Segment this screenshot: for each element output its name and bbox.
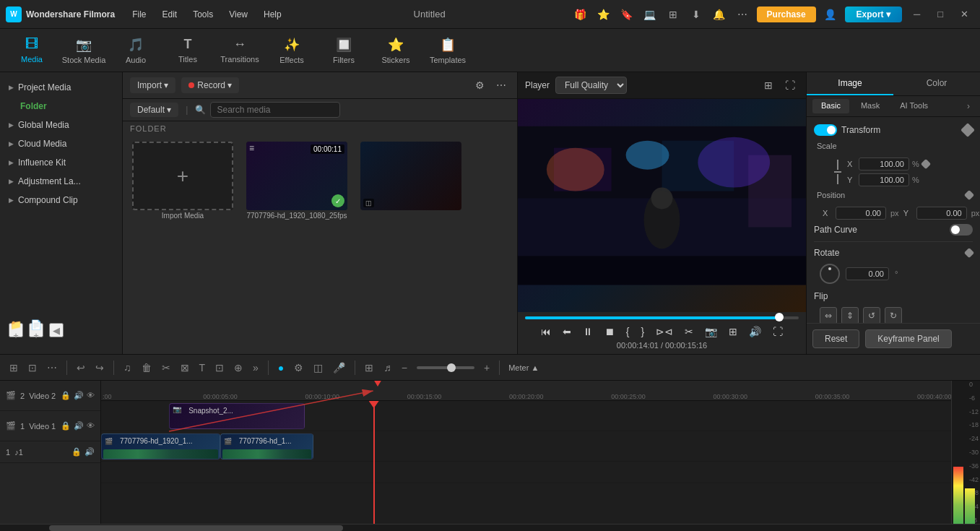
snapshot-button[interactable]: 📷: [701, 324, 721, 340]
clip-nav-button[interactable]: ⊳⊲: [652, 324, 677, 340]
star-icon[interactable]: ⭐: [595, 6, 612, 23]
tl-mark-button[interactable]: ◫: [310, 360, 326, 376]
menu-tools[interactable]: Tools: [187, 7, 219, 22]
avatar-icon[interactable]: 👤: [822, 6, 839, 23]
tl-settings-button[interactable]: ⚙: [290, 360, 307, 376]
rotate-keyframe-icon[interactable]: [964, 248, 974, 258]
tl-zoom-in-button[interactable]: +: [480, 360, 493, 376]
tl-audio-button[interactable]: ♫: [120, 360, 135, 376]
track-eye-video1[interactable]: 👁: [87, 421, 95, 431]
add-folder-button[interactable]: 📁+: [9, 323, 23, 337]
sidebar-item-adjustment-layer[interactable]: ▶ Adjustment La...: [0, 172, 122, 191]
fullscreen-player-button[interactable]: ⛶: [769, 324, 786, 340]
progress-handle[interactable]: [775, 313, 784, 321]
notification-icon[interactable]: 🔔: [711, 6, 728, 23]
menu-file[interactable]: File: [126, 7, 152, 22]
tl-group-button[interactable]: ⊕: [230, 360, 246, 376]
stop-button[interactable]: ⏹: [601, 324, 618, 340]
menu-view[interactable]: View: [223, 7, 253, 22]
tab-stickers[interactable]: ⭐ Stickers: [370, 30, 422, 71]
sidebar-item-influence-kit[interactable]: ▶ Influence Kit: [0, 153, 122, 172]
tab-transitions[interactable]: ↔ Transitions: [214, 30, 266, 71]
gift-icon[interactable]: 🎁: [572, 6, 589, 23]
tl-active-button[interactable]: ●: [274, 360, 287, 376]
sidebar-item-cloud-media[interactable]: ▶ Cloud Media: [0, 134, 122, 153]
tl-undo-button[interactable]: ↩: [73, 360, 89, 376]
transform-keyframe-icon[interactable]: [961, 123, 975, 137]
tl-grid-button[interactable]: ⊞: [6, 360, 22, 376]
pos-y-input[interactable]: [916, 207, 967, 220]
filter-icon[interactable]: ⚙: [471, 77, 488, 94]
tab-media[interactable]: 🎞 Media: [6, 30, 58, 71]
audio-button[interactable]: 🔊: [745, 324, 765, 340]
track-lock-audio1[interactable]: 🔒: [71, 447, 82, 457]
sidebar-item-project-media[interactable]: ▶ Project Media: [0, 78, 122, 97]
pos-x-input[interactable]: [836, 207, 886, 220]
tab-stock-media[interactable]: 📷 Stock Media: [58, 30, 110, 71]
transform-toggle-switch[interactable]: [814, 124, 837, 136]
track-eye-video2[interactable]: 👁: [87, 391, 95, 400]
progress-bar[interactable]: [525, 316, 799, 319]
mark-in-button[interactable]: {: [623, 324, 633, 340]
flip-vertical-button[interactable]: ⇕: [841, 307, 859, 323]
export-button[interactable]: Export ▾: [845, 7, 902, 22]
purchase-button[interactable]: Purchase: [757, 7, 816, 22]
tl-redo-button[interactable]: ↪: [92, 360, 108, 376]
clip-video1b[interactable]: 🎬 7707796-hd_1...: [220, 433, 313, 459]
track-volume-audio1[interactable]: 🔊: [84, 447, 95, 457]
player-quality-select[interactable]: Full Quality 1/2 Quality 1/4 Quality: [555, 77, 627, 94]
position-keyframe-icon[interactable]: [964, 190, 974, 200]
tl-more-button[interactable]: ⋯: [43, 360, 61, 376]
maximize-button[interactable]: □: [932, 6, 949, 22]
pause-button[interactable]: ⏸: [579, 324, 597, 340]
tl-audio2-button[interactable]: ♬: [380, 360, 395, 376]
pip-button[interactable]: ⊞: [725, 324, 741, 340]
tl-crop-button[interactable]: ⊠: [177, 360, 193, 376]
clip-video1a[interactable]: 🎬 7707796-hd_1920_1...: [101, 433, 220, 459]
tl-more2-button[interactable]: »: [249, 360, 262, 376]
scale-y-input[interactable]: [859, 173, 909, 186]
tab-image[interactable]: Image: [807, 72, 893, 95]
tl-zoom-out-button[interactable]: −: [398, 360, 411, 376]
menu-help[interactable]: Help: [258, 7, 287, 22]
menu-edit[interactable]: Edit: [156, 7, 183, 22]
subtab-mask[interactable]: Mask: [852, 99, 888, 113]
media-item-clip2[interactable]: ◫: [360, 142, 461, 210]
flip-rotate-right-button[interactable]: ↻: [885, 307, 902, 323]
media-item-clip1[interactable]: ≡ 00:00:11 ✓: [246, 142, 347, 210]
add-media-button[interactable]: +: [132, 142, 233, 210]
grid-view-icon[interactable]: ⊞: [760, 77, 777, 94]
scale-x-keyframe[interactable]: [921, 159, 931, 169]
zoom-slider[interactable]: [417, 366, 474, 369]
tab-color[interactable]: Color: [893, 72, 980, 95]
track-volume-video2[interactable]: 🔊: [74, 391, 84, 400]
sidebar-item-global-media[interactable]: ▶ Global Media: [0, 116, 122, 134]
tab-templates[interactable]: 📋 Templates: [422, 30, 474, 71]
track-lock-video2[interactable]: 🔒: [61, 391, 71, 400]
transform-toggle[interactable]: [814, 124, 837, 136]
clip-snapshot[interactable]: 📷 Snapshot_2...: [169, 403, 305, 429]
subtab-basic[interactable]: Basic: [812, 99, 849, 113]
track-lock-video1[interactable]: 🔒: [61, 421, 71, 431]
collapse-panel-button[interactable]: ◀: [49, 323, 64, 337]
minimize-button[interactable]: ─: [908, 6, 926, 22]
track-volume-video1[interactable]: 🔊: [74, 421, 84, 431]
search-input[interactable]: [210, 102, 340, 118]
subtab-more-arrow[interactable]: ›: [963, 99, 974, 113]
tab-effects[interactable]: ✨ Effects: [266, 30, 318, 71]
tl-resize-button[interactable]: ⊡: [212, 360, 227, 376]
download-icon[interactable]: ⬇: [688, 6, 705, 23]
frame-back-button[interactable]: ⬅: [559, 324, 575, 340]
tl-delete-button[interactable]: 🗑: [138, 360, 155, 376]
sidebar-item-folder[interactable]: Folder: [0, 97, 122, 116]
tl-mix-button[interactable]: ⊞: [361, 360, 377, 376]
record-button[interactable]: Record ▾: [181, 77, 239, 93]
flip-rotate-left-button[interactable]: ↺: [863, 307, 880, 323]
rotate-wheel[interactable]: [820, 264, 840, 284]
bookmark-icon[interactable]: 🔖: [618, 6, 636, 23]
fullscreen-icon[interactable]: ⛶: [781, 77, 799, 94]
grid-icon[interactable]: ⊞: [664, 6, 682, 23]
split-button[interactable]: ✂: [681, 324, 697, 340]
apps-icon[interactable]: ⋯: [734, 6, 751, 23]
import-button[interactable]: Import ▾: [130, 77, 175, 93]
